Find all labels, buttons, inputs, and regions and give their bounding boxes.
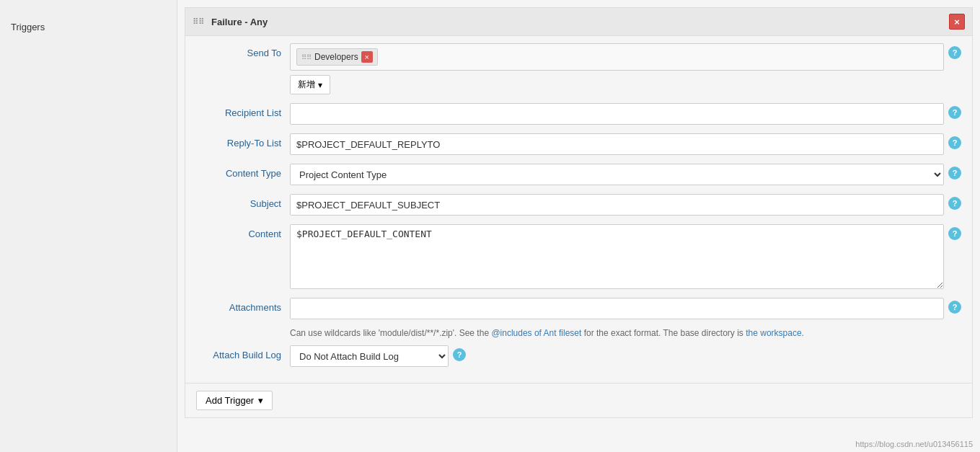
attachments-row: Attachments ? [196,298,961,319]
subject-input[interactable] [290,194,944,216]
content-type-control: Project Content Type HTML Plain Text ? [290,164,961,185]
send-to-add-area: 新增 ▾ [290,75,944,94]
panel-title-text: Failure - Any [211,17,268,27]
send-to-label: Send To [196,43,290,58]
content-type-row: Content Type Project Content Type HTML P… [196,164,961,185]
reply-to-list-control: ? [290,133,961,155]
attach-build-log-row: Attach Build Log Do Not Attach Build Log… [196,345,961,367]
tag-developers-label: Developers [314,52,358,62]
attachments-label: Attachments [196,298,290,313]
attach-build-log-control: Do Not Attach Build Log Attach Build Log… [290,345,961,367]
attach-build-log-label: Attach Build Log [196,345,290,360]
subject-control: ? [290,194,961,216]
recipient-list-help-icon[interactable]: ? [948,106,961,119]
add-trigger-arrow: ▾ [258,395,263,406]
add-button-arrow: ▾ [318,80,322,90]
content-control: $PROJECT_DEFAULT_CONTENT ? [290,224,961,289]
panel-body: Send To ⠿⠿ Developers × [185,36,972,383]
send-to-row: Send To ⠿⠿ Developers × [196,43,961,94]
attachments-hint: Can use wildcards like 'module/dist/**/*… [196,328,961,338]
attachments-help-icon[interactable]: ? [948,301,961,314]
send-to-container: ⠿⠿ Developers × 新增 ▾ [290,43,944,94]
panel-footer: Add Trigger ▾ [185,383,972,417]
failure-any-panel: ⠿⠿ Failure - Any × Send To ⠿⠿ [185,7,973,418]
send-to-tag-area: ⠿⠿ Developers × [290,43,944,71]
content-help-icon[interactable]: ? [948,227,961,240]
content-row: Content $PROJECT_DEFAULT_CONTENT ? [196,224,961,289]
subject-help-icon[interactable]: ? [948,197,961,210]
subject-label: Subject [196,194,290,209]
reply-to-list-help-icon[interactable]: ? [948,136,961,149]
tag-drag-icon: ⠿⠿ [301,53,312,61]
recipient-list-label: Recipient List [196,103,290,118]
reply-to-list-input[interactable] [290,133,944,155]
workspace-link[interactable]: the workspace [746,328,801,338]
send-to-add-button[interactable]: 新增 ▾ [290,75,330,94]
send-to-control: ⠿⠿ Developers × 新增 ▾ [290,43,961,94]
attach-build-log-select[interactable]: Do Not Attach Build Log Attach Build Log… [290,345,449,367]
drag-handle-icon: ⠿⠿ [193,17,204,27]
content-textarea[interactable]: $PROJECT_DEFAULT_CONTENT [290,224,944,289]
attachments-control: ? [290,298,961,319]
panel-close-button[interactable]: × [949,14,965,30]
sidebar-title: Triggers [11,22,45,32]
panel-title: ⠿⠿ Failure - Any [193,17,268,27]
watermark: https://blog.csdn.net/u013456115 [855,440,973,448]
recipient-list-row: Recipient List ? [196,103,961,125]
add-button-label: 新增 [298,79,315,91]
recipient-list-input[interactable] [290,103,944,125]
reply-to-list-label: Reply-To List [196,133,290,149]
subject-row: Subject ? [196,194,961,216]
reply-to-list-row: Reply-To List ? [196,133,961,155]
content-type-select[interactable]: Project Content Type HTML Plain Text [290,164,944,185]
tag-developers: ⠿⠿ Developers × [296,48,378,66]
add-trigger-label: Add Trigger [206,395,254,406]
tag-developers-close-button[interactable]: × [361,51,373,63]
content-type-help-icon[interactable]: ? [948,167,961,180]
content-type-label: Content Type [196,164,290,179]
content-label: Content [196,224,290,239]
panel-header: ⠿⠿ Failure - Any × [185,8,972,36]
ant-fileset-link[interactable]: @includes of Ant fileset [491,328,581,338]
send-to-help-icon[interactable]: ? [948,46,961,59]
attach-build-log-help-icon[interactable]: ? [453,348,466,361]
recipient-list-control: ? [290,103,961,125]
attachments-input[interactable] [290,298,944,319]
add-trigger-button[interactable]: Add Trigger ▾ [196,391,273,410]
